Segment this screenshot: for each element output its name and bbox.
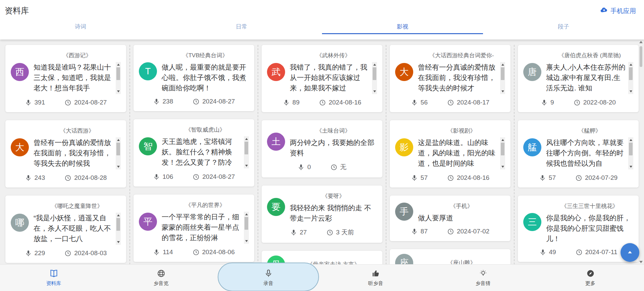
back-to-top-button[interactable] <box>621 243 639 262</box>
card-body: 《唐伯虎点秋香 (周星驰) 禀夫人,小人本住在苏州的城边,家中有屋又有田,生活乐… <box>546 50 633 94</box>
text-scrollbar[interactable] <box>372 62 377 94</box>
scroll-up-icon[interactable] <box>501 64 504 66</box>
text-scrollbar-thumb[interactable] <box>629 143 633 155</box>
text-scrollbar-thumb[interactable] <box>116 143 120 155</box>
card-main: 手 《手机》 做人要厚道 <box>395 200 505 223</box>
media-card[interactable]: 智 《智取威虎山》 天王盖地虎，宝塔镇河妖。脸红什么？精神焕发！怎么又黄了？防冷… <box>133 119 254 187</box>
scroll-up-icon[interactable] <box>245 213 248 215</box>
media-card[interactable]: 要 《要呀》 我轻轻的来 我悄悄的走 不带走一片云彩 27 3 天前 <box>262 186 382 243</box>
card-grid: 西 《西游记》 知道我是谁吗？花果山十三太保，知道吧，我就是老大！想当年我手 3… <box>0 40 644 265</box>
media-card[interactable]: 唐 《唐伯虎点秋香 (周星驰) 禀夫人,小人本住在苏州的城边,家中有屋又有田,生… <box>518 45 639 112</box>
media-card[interactable]: 影 《影视剧》 这是盐的味道。山的味道，风的味道，阳光的味道，也是时间的味 57 <box>390 120 511 188</box>
text-scrollbar[interactable] <box>244 212 249 244</box>
tab-daily[interactable]: 日常 <box>161 21 322 34</box>
media-card[interactable]: 手 《手机》 做人要厚道 87 2024-07-02 <box>390 196 511 241</box>
media-card[interactable]: 西 《西游记》 知道我是谁吗？花果山十三太保，知道吧，我就是老大！想当年我手 3… <box>5 45 126 112</box>
text-scrollbar-thumb[interactable] <box>373 67 376 80</box>
nav-item-library[interactable]: 资料库 <box>0 265 107 291</box>
card-text-wrap: 你是我的心，你是我的肝，你是我的心肝宝贝甜蜜饯儿！ <box>546 213 633 244</box>
record-date: 2024-08-27 <box>202 98 235 105</box>
tab-film[interactable]: 影视 <box>322 21 483 34</box>
text-scrollbar[interactable] <box>116 213 121 245</box>
nav-item-listen[interactable]: 听乡音 <box>322 265 429 291</box>
clock-icon <box>574 99 581 106</box>
text-scrollbar-thumb[interactable] <box>116 218 120 231</box>
card-title: 《艋舺》 <box>546 127 633 135</box>
text-scrollbar-thumb[interactable] <box>245 142 248 154</box>
text-scrollbar-thumb[interactable] <box>629 67 633 80</box>
scroll-up-icon[interactable] <box>117 214 120 216</box>
scroll-down-icon[interactable] <box>373 90 376 92</box>
text-scrollbar-thumb[interactable] <box>501 143 504 155</box>
scroll-up-icon[interactable] <box>630 139 632 141</box>
scroll-down-icon[interactable] <box>117 90 120 92</box>
media-card[interactable]: 哪 《哪吒之魔童降世》 “我是小妖怪，逍遥又自在，杀人不眨眼，吃人不放盐，一口七… <box>5 196 126 263</box>
page-scrollbar-thumb[interactable] <box>640 46 642 67</box>
microphone-icon <box>539 174 546 181</box>
text-scrollbar[interactable] <box>500 62 505 94</box>
media-card[interactable]: 大 《大话西游》 曾经有一份真诚的爱情放在我面前，我没有珍惜，等我失去的时候我 … <box>5 120 126 188</box>
scroll-down-icon[interactable] <box>117 241 120 243</box>
media-card[interactable]: T 《TVB经典台词》 做人呢，最重要的就是要开心啦。你肚子饿不饿，我煮碗面给你… <box>133 45 254 111</box>
avatar: 哪 <box>11 214 29 232</box>
card-title: 《大话西游经典台词爱你- <box>418 52 505 59</box>
scroll-down-icon[interactable] <box>639 261 643 263</box>
record-date-item: 3 天前 <box>326 228 354 237</box>
text-scrollbar-thumb[interactable] <box>116 67 120 80</box>
scroll-down-icon[interactable] <box>117 166 120 168</box>
nav-label-browse: 乡音览 <box>154 280 169 287</box>
record-date-item: 2024-08-17 <box>447 99 489 106</box>
scroll-up-icon[interactable] <box>117 139 120 141</box>
text-scrollbar[interactable] <box>244 136 249 168</box>
avatar: 土 <box>267 133 285 151</box>
nav-item-guess[interactable]: 乡音猜 <box>429 265 537 291</box>
record-date-item: 2024-08-16 <box>447 174 489 181</box>
scroll-down-icon[interactable] <box>501 166 504 168</box>
recording-count-item: 229 <box>25 249 45 257</box>
scroll-down-icon[interactable] <box>630 90 632 92</box>
scroll-up-icon[interactable] <box>501 139 504 141</box>
scroll-up-icon[interactable] <box>245 138 248 140</box>
text-scrollbar-thumb[interactable] <box>245 217 248 230</box>
card-title: 《TVB经典台词》 <box>162 52 249 59</box>
nav-label-record: 录音 <box>263 280 273 287</box>
scroll-up-icon[interactable] <box>373 64 376 66</box>
scroll-up-icon[interactable] <box>630 64 632 66</box>
text-scrollbar[interactable] <box>628 137 633 169</box>
media-card[interactable]: 座 《座山雕》 <box>390 249 511 265</box>
avatar: 大 <box>395 63 413 81</box>
text-scrollbar[interactable] <box>116 137 121 169</box>
microphone-icon <box>411 228 418 235</box>
scroll-up-icon[interactable] <box>639 41 643 43</box>
scroll-up-icon[interactable] <box>117 64 120 66</box>
scroll-down-icon[interactable] <box>630 166 632 168</box>
card-text-wrap: 禀夫人,小人本住在苏州的城边,家中有屋又有田,生活乐无边. 谁知 <box>546 62 633 94</box>
page-scrollbar[interactable] <box>639 41 643 263</box>
text-scrollbar[interactable] <box>116 62 121 94</box>
nav-item-record[interactable]: 录音 <box>215 265 322 291</box>
nav-item-more[interactable]: 更多 <box>537 265 644 291</box>
card-body: 《武林外传》 我错了，我真的错了，我从一开始就不应该嫁过来，如果我不嫁过 <box>290 50 377 94</box>
tab-jokes[interactable]: 段子 <box>483 21 644 34</box>
text-scrollbar[interactable] <box>500 137 505 169</box>
text-scrollbar-thumb[interactable] <box>501 67 504 80</box>
scroll-down-icon[interactable] <box>245 240 248 242</box>
text-scrollbar[interactable] <box>628 62 633 94</box>
nav-item-browse[interactable]: 乡音览 <box>107 265 215 291</box>
recording-count: 114 <box>163 248 173 256</box>
clock-icon <box>575 174 582 181</box>
mobile-app-link[interactable]: 手机应用 <box>600 6 636 16</box>
media-card[interactable]: 武 《武林外传》 我错了，我真的错了，我从一开始就不应该嫁过来，如果我不嫁过 8… <box>262 45 382 112</box>
tab-poetry[interactable]: 诗词 <box>0 21 161 34</box>
media-card[interactable]: 艋 《艋舺》 风往哪个方向吹，草就要往哪个方向倒。年轻的时候我也曾经以为自 57 <box>518 120 639 188</box>
scroll-down-icon[interactable] <box>245 165 248 167</box>
media-card[interactable]: 大 《大话西游经典台词爱你- 曾经有一分真诚的爱情放在我面前，我没有珍惜，等我失… <box>390 45 511 112</box>
recording-count-item: 56 <box>411 99 428 106</box>
scroll-down-icon[interactable] <box>501 90 504 92</box>
media-card[interactable]: 平 《平凡的世界》 一个平平常常的日子，细蒙蒙的雨丝夹着一星半点的雪花，正纷纷淋… <box>133 195 254 262</box>
nav-label-guess: 乡音猜 <box>476 280 491 287</box>
avatar-char: 大 <box>400 66 409 78</box>
media-card[interactable]: 土 《土味台词》 两分钟之内，我要她的全部资料 0 无 <box>262 120 382 177</box>
recording-count: 89 <box>292 99 300 106</box>
tab-bar: 诗词 日常 影视 段子 <box>0 21 644 34</box>
